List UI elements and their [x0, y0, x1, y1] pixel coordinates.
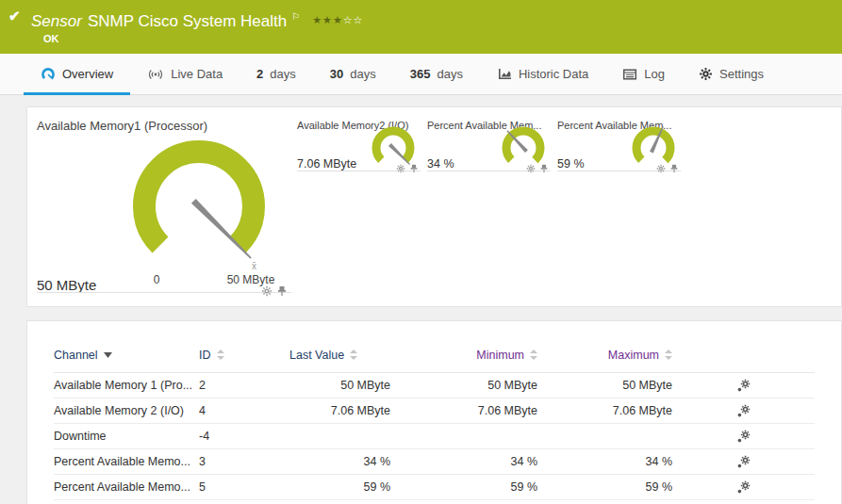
channel-settings-icon[interactable]: [737, 404, 751, 417]
gauge-average-marker: x̄: [252, 261, 256, 271]
mini-gauge-panel: Available Memory2 (I/O) 7.06 MByte: [297, 120, 421, 178]
object-kind-label: Sensor: [31, 12, 82, 30]
column-header-channel[interactable]: Channel: [54, 338, 199, 372]
channel-gear-icon[interactable]: [261, 285, 272, 297]
pin-icon[interactable]: [409, 164, 419, 173]
gauge-scale-max: 50 MByte: [222, 273, 280, 286]
channel-last-value: [289, 423, 390, 448]
mini-gauge-value: 7.06 MByte: [297, 157, 356, 171]
content-area: Available Memory1 (Processor) 0 50 MByte…: [0, 95, 842, 504]
tab-2-days[interactable]: 2 days: [239, 54, 313, 94]
mini-gauge-value: 34 %: [427, 157, 454, 171]
channel-minimum: 59 %: [390, 474, 537, 499]
primary-gauge-value: 50 MByte: [37, 277, 96, 293]
channels-table: Channel ID Last Value Minimum Maximum Av…: [54, 338, 815, 500]
tab-number: 30: [330, 67, 343, 81]
pin-icon[interactable]: [539, 164, 549, 173]
channel-minimum: 50 MByte: [390, 372, 537, 398]
channel-name: Downtime: [54, 423, 199, 448]
channels-table-panel: Channel ID Last Value Minimum Maximum Av…: [26, 320, 842, 504]
table-row: Available Memory 1 (Pro... 2 50 MByte 50…: [54, 372, 815, 398]
channel-id: 5: [199, 474, 289, 499]
channel-gear-icon[interactable]: [526, 164, 536, 173]
channel-id: 2: [199, 372, 289, 398]
channel-settings-icon[interactable]: [737, 455, 751, 468]
channel-gear-icon[interactable]: [396, 164, 405, 173]
tab-label: days: [350, 67, 375, 81]
flag-icon[interactable]: ⚐: [291, 11, 300, 22]
channel-name: Available Memory 2 (I/O): [54, 398, 199, 423]
tab-30-days[interactable]: 30 days: [313, 54, 393, 94]
tab-label: Historic Data: [519, 67, 588, 81]
column-header-id[interactable]: ID: [199, 338, 289, 372]
priority-stars[interactable]: ★★★☆☆: [312, 14, 363, 25]
broadcast-icon: [147, 67, 164, 82]
pin-icon[interactable]: [276, 285, 288, 297]
stars-empty[interactable]: ☆☆: [343, 14, 364, 25]
channel-last-value: 59 %: [289, 474, 390, 499]
gauge-icon: [41, 67, 56, 82]
channel-minimum: 34 %: [390, 448, 537, 474]
tab-settings[interactable]: Settings: [682, 54, 781, 94]
tab-overview[interactable]: Overview: [24, 54, 130, 94]
pin-icon[interactable]: [669, 164, 679, 173]
channel-minimum: 7.06 MByte: [390, 398, 537, 423]
table-row: Percent Available Memo... 5 59 % 59 % 59…: [54, 474, 815, 499]
page-title: SNMP Cisco System Health: [88, 12, 287, 30]
gauge-scale-min: 0: [138, 273, 175, 286]
column-header-actions: [672, 338, 815, 372]
gauges-panel: Available Memory1 (Processor) 0 50 MByte…: [26, 106, 842, 307]
tab-label: days: [270, 67, 295, 81]
channel-maximum: 7.06 MByte: [537, 398, 672, 423]
channel-settings-icon[interactable]: [737, 430, 751, 443]
primary-gauge-panel: Available Memory1 (Processor) 0 50 MByte…: [37, 119, 291, 305]
channel-maximum: 50 MByte: [537, 372, 672, 398]
stars-filled[interactable]: ★★★: [312, 14, 343, 25]
table-row: Percent Available Memo... 3 34 % 34 % 34…: [54, 448, 815, 474]
sort-icon: [665, 350, 672, 360]
channel-id: 4: [199, 398, 289, 423]
channel-last-value: 7.06 MByte: [289, 398, 390, 423]
channel-minimum: [390, 423, 537, 448]
status-ok-check-icon: ✔: [8, 8, 21, 23]
tab-live-data[interactable]: Live Data: [130, 54, 239, 94]
table-row: Available Memory 2 (I/O) 4 7.06 MByte 7.…: [54, 398, 815, 423]
gear-icon: [699, 67, 713, 81]
log-list-icon: [622, 67, 637, 82]
channel-name: Percent Available Memo...: [54, 474, 199, 499]
sort-icon: [217, 350, 224, 360]
tab-historic-data[interactable]: Historic Data: [480, 54, 605, 94]
tab-label: Log: [644, 67, 665, 81]
channel-settings-icon[interactable]: [737, 379, 751, 392]
channel-gear-icon[interactable]: [656, 164, 666, 173]
tab-number: 2: [256, 67, 263, 81]
area-chart-icon: [497, 67, 512, 81]
table-header-row: Channel ID Last Value Minimum Maximum: [54, 338, 815, 372]
column-header-minimum[interactable]: Minimum: [390, 338, 537, 372]
channel-last-value: 34 %: [289, 448, 390, 474]
channel-id: -4: [199, 423, 289, 448]
tab-label: Live Data: [171, 67, 223, 81]
sort-icon: [530, 350, 537, 360]
channel-settings-icon[interactable]: [737, 480, 751, 494]
mini-gauge-panel: Percent Available Mem... 59 %: [557, 120, 681, 178]
divider: [37, 292, 291, 293]
mini-gauge-value: 59 %: [557, 157, 585, 171]
tab-number: 365: [410, 67, 431, 81]
channel-maximum: 34 %: [537, 448, 672, 474]
table-row: Downtime -4: [54, 423, 815, 448]
status-badge: OK: [43, 33, 842, 44]
tab-log[interactable]: Log: [605, 54, 682, 94]
tab-label: days: [437, 67, 462, 81]
tab-bar: Overview Live Data 2 days 30 days 365 da…: [0, 54, 842, 95]
column-header-last-value[interactable]: Last Value: [289, 338, 390, 372]
column-header-maximum[interactable]: Maximum: [537, 338, 672, 372]
sort-desc-icon: [104, 352, 112, 358]
sensor-header: ✔ SensorSNMP Cisco System Health⚐★★★☆☆ O…: [0, 0, 842, 54]
mini-gauge-panel: Percent Available Mem... 34 %: [427, 120, 551, 178]
tab-label: Settings: [719, 67, 764, 81]
tab-label: Overview: [62, 67, 113, 81]
tab-365-days[interactable]: 365 days: [393, 54, 480, 94]
channel-maximum: [537, 423, 672, 448]
channel-name: Available Memory 1 (Pro...: [54, 372, 199, 398]
